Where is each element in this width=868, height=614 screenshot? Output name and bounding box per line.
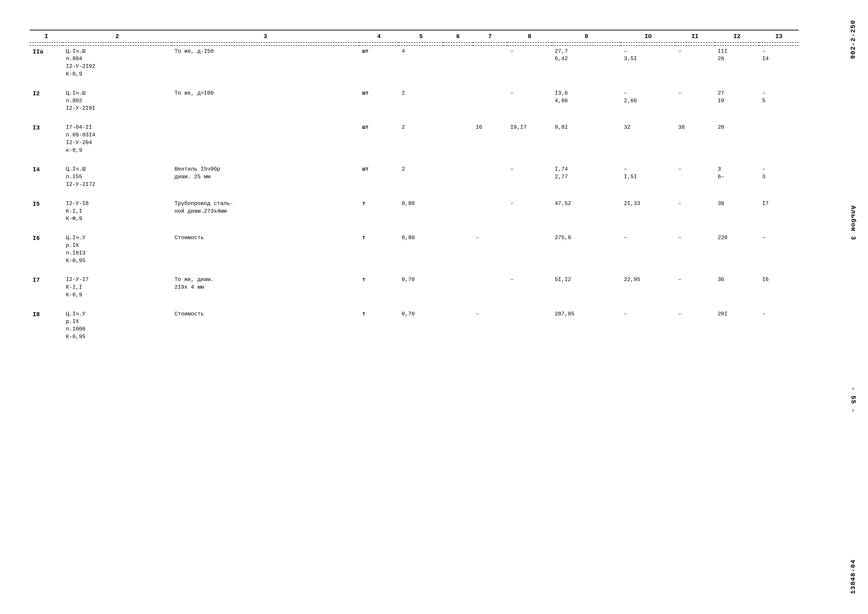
cell-row7-col2: Стоимость bbox=[172, 308, 359, 343]
cell-row1-col6 bbox=[473, 88, 507, 114]
spacer-cell bbox=[30, 267, 799, 274]
cell-row6-col8: 5I,I2 bbox=[552, 274, 621, 301]
cell-row5-col7 bbox=[507, 232, 552, 267]
cell-row7-col0: I8 bbox=[30, 308, 63, 343]
cell-row5-col0: I6 bbox=[30, 232, 63, 267]
cell-row2-col7: I9,I7 bbox=[507, 122, 552, 156]
cell-row2-col2 bbox=[172, 122, 359, 156]
table-row: I8Ц.Iч.Ур.IXп.I006К-0,95Стоимостьт0,70–2… bbox=[30, 308, 799, 343]
cell-row3-col2: Вентиль I5ч9брдиам. 25 мм bbox=[172, 164, 359, 190]
cell-row1-col9: –2,66 bbox=[621, 88, 675, 114]
main-table: I 2 3 4 5 6 7 8 9 IO II I2 I3 bbox=[30, 30, 799, 343]
cell-row0-col2: То же, д-I50 bbox=[172, 45, 359, 80]
cell-row5-col8: 275,6 bbox=[552, 232, 621, 267]
cell-row6-col6 bbox=[473, 274, 507, 301]
cell-row6-col4: 0,70 bbox=[398, 274, 443, 301]
subheader-col-3 bbox=[172, 43, 359, 45]
cell-row2-col8: 9,8I bbox=[552, 122, 621, 156]
cell-row0-col9: –3,5I bbox=[621, 45, 675, 80]
subheader-col-13 bbox=[759, 43, 799, 45]
spacer-cell bbox=[30, 80, 799, 88]
cell-row1-col2: То же, д=I00 bbox=[172, 88, 359, 114]
cell-row7-col9: – bbox=[621, 308, 675, 343]
subheader-col-2 bbox=[63, 43, 172, 45]
cell-row6-col5 bbox=[443, 274, 473, 301]
cell-row4-col6 bbox=[473, 198, 507, 225]
spacer-cell bbox=[30, 225, 799, 232]
cell-row4-col3: т bbox=[359, 198, 399, 225]
cell-row2-col0: I3 bbox=[30, 122, 63, 156]
subheader-col-9 bbox=[552, 43, 621, 45]
header-col-1: I bbox=[30, 30, 63, 43]
cell-row6-col2: То же, диам.2I9х 4 мм bbox=[172, 274, 359, 301]
spacer-row bbox=[30, 301, 799, 308]
cell-row3-col8: I,742,77 bbox=[552, 164, 621, 190]
cell-row1-col8: I3,64,86 bbox=[552, 88, 621, 114]
subheader-col-8 bbox=[507, 43, 552, 45]
header-col-12: I2 bbox=[715, 30, 760, 43]
cell-row7-col12: – bbox=[759, 308, 799, 343]
cell-row4-col1: I2-У-I8К-I,IК-Ф,9 bbox=[63, 198, 172, 225]
cell-row0-col5 bbox=[443, 45, 473, 80]
header-col-8: 8 bbox=[507, 30, 552, 43]
header-col-4: 4 bbox=[359, 30, 399, 43]
cell-row6-col0: I7 bbox=[30, 274, 63, 301]
cell-row1-col5 bbox=[443, 88, 473, 114]
sub-header-row bbox=[30, 43, 799, 45]
cell-row3-col7: – bbox=[507, 164, 552, 190]
cell-row6-col3: т bbox=[359, 274, 399, 301]
cell-row2-col11: 20 bbox=[715, 122, 760, 156]
table-row: I7I2-У-I7К-I,IК-0,9То же, диам.2I9х 4 мм… bbox=[30, 274, 799, 301]
right-text-middle: Альбом 3 bbox=[849, 205, 857, 240]
cell-row1-col0: I2 bbox=[30, 88, 63, 114]
spacer-row bbox=[30, 267, 799, 274]
cell-row6-col7: – bbox=[507, 274, 552, 301]
cell-row0-col4: 4 bbox=[398, 45, 443, 80]
cell-row1-col11: 27I0 bbox=[715, 88, 760, 114]
subheader-col-6 bbox=[443, 43, 473, 45]
cell-row5-col10: – bbox=[675, 232, 715, 267]
cell-row4-col12: I7 bbox=[759, 198, 799, 225]
cell-row0-col3: шт bbox=[359, 45, 399, 80]
header-col-9: 9 bbox=[552, 30, 621, 43]
header-row: I 2 3 4 5 6 7 8 9 IO II I2 I3 bbox=[30, 30, 799, 43]
header-col-3: 3 bbox=[172, 30, 359, 43]
cell-row4-col7: – bbox=[507, 198, 552, 225]
cell-row1-col1: Ц.Iч.Шп.802I2-У-2I9I bbox=[63, 88, 172, 114]
header-col-2: 2 bbox=[63, 30, 172, 43]
header-col-6: 6 bbox=[443, 30, 473, 43]
cell-row2-col4: 2 bbox=[398, 122, 443, 156]
cell-row0-col0: IIa bbox=[30, 45, 63, 80]
cell-row3-col12: –3 bbox=[759, 164, 799, 190]
cell-row7-col11: 20I bbox=[715, 308, 760, 343]
cell-row2-col1: I7-04-IIп.09-03I4I2-У-204к-0,9 bbox=[63, 122, 172, 156]
spacer-cell bbox=[30, 114, 799, 122]
subheader-col-12 bbox=[715, 43, 760, 45]
header-col-10: IO bbox=[621, 30, 675, 43]
cell-row7-col7 bbox=[507, 308, 552, 343]
cell-row3-col11: 36– bbox=[715, 164, 760, 190]
header-col-13: I3 bbox=[759, 30, 799, 43]
cell-row2-col6: I6 bbox=[473, 122, 507, 156]
subheader-col-5 bbox=[398, 43, 443, 45]
cell-row7-col6: – bbox=[473, 308, 507, 343]
cell-row3-col3: шт bbox=[359, 164, 399, 190]
header-col-11: II bbox=[675, 30, 715, 43]
subheader-col-10 bbox=[621, 43, 675, 45]
cell-row0-col12: –I4 bbox=[759, 45, 799, 80]
cell-row5-col2: Стоимость bbox=[172, 232, 359, 267]
table-row: I2Ц.Iч.Шп.802I2-У-2I9IТо же, д=I00шт2–I3… bbox=[30, 88, 799, 114]
cell-row4-col2: Трубопровод сталь-ной диам.273х4мм bbox=[172, 198, 359, 225]
cell-row0-col8: 27,76,42 bbox=[552, 45, 621, 80]
cell-row6-col9: 22,95 bbox=[621, 274, 675, 301]
cell-row0-col1: Ц.Iч.Шп.804I2-У-2I92К-0,9 bbox=[63, 45, 172, 80]
table-row: I3I7-04-IIп.09-03I4I2-У-204к-0,9шт2I6I9,… bbox=[30, 122, 799, 156]
cell-row4-col9: 2I,33 bbox=[621, 198, 675, 225]
cell-row3-col10: – bbox=[675, 164, 715, 190]
cell-row7-col10: – bbox=[675, 308, 715, 343]
right-margin: 902-2-250 Альбом 3 - 55 - 13848-04 bbox=[843, 0, 863, 614]
header-col-7: 7 bbox=[473, 30, 507, 43]
spacer-row bbox=[30, 114, 799, 122]
table-body: IIaЦ.Iч.Шп.804I2-У-2I92К-0,9То же, д-I50… bbox=[30, 45, 799, 343]
cell-row4-col5 bbox=[443, 198, 473, 225]
